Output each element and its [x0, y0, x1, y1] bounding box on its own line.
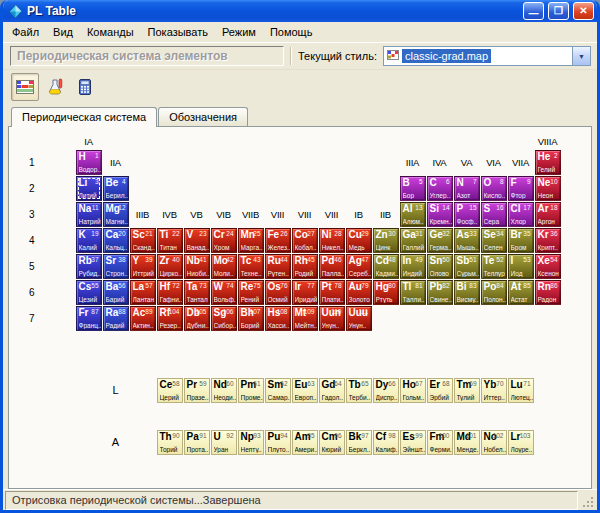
- element-cell-lu[interactable]: Lu71Лютец..: [508, 378, 534, 403]
- element-cell-bh[interactable]: Bh107Борий: [238, 306, 264, 331]
- element-cell-bk[interactable]: Bk97Беркл..: [346, 430, 372, 455]
- element-cell-cf[interactable]: Cf98Калиф..: [373, 430, 399, 455]
- element-cell-pm[interactable]: Pm61Проме..: [238, 378, 264, 403]
- element-cell-f[interactable]: F9Фтор: [508, 176, 534, 201]
- element-cell-gd[interactable]: Gd64Гадол..: [319, 378, 345, 403]
- element-cell-sr[interactable]: Sr38Строн..: [103, 254, 129, 279]
- element-cell-rh[interactable]: Rh45Родий: [292, 254, 318, 279]
- element-cell-ce[interactable]: Ce58Церий: [157, 378, 183, 403]
- element-cell-b[interactable]: B5Бор: [400, 176, 426, 201]
- element-cell-eu[interactable]: Eu63Европ..: [292, 378, 318, 403]
- element-cell-fm[interactable]: Fm100Ферми..: [427, 430, 453, 455]
- tab-legend[interactable]: Обозначения: [158, 107, 248, 126]
- element-cell-cl[interactable]: Cl17Хлор: [508, 202, 534, 227]
- element-cell-uuu[interactable]: Uuu111Унун..: [346, 306, 372, 331]
- element-cell-ba[interactable]: Ba56Барий: [103, 280, 129, 305]
- minimize-button[interactable]: —: [523, 2, 544, 20]
- element-cell-cu[interactable]: Cu29Медь: [346, 228, 372, 253]
- element-cell-ne[interactable]: Ne10Неон: [535, 176, 561, 201]
- element-cell-i[interactable]: I53Иод: [508, 254, 534, 279]
- element-cell-tb[interactable]: Tb65Терби..: [346, 378, 372, 403]
- element-cell-cr[interactable]: Cr24Хром: [211, 228, 237, 253]
- element-cell-nd[interactable]: Nd60Неоди..: [211, 378, 237, 403]
- element-cell-co[interactable]: Co27Кобал..: [292, 228, 318, 253]
- combo-dropdown-button[interactable]: ▼: [572, 47, 590, 65]
- element-cell-lr[interactable]: Lr103Лоуре..: [508, 430, 534, 455]
- element-cell-au[interactable]: Au79Золото: [346, 280, 372, 305]
- element-cell-al[interactable]: Al13Алюм..: [400, 202, 426, 227]
- element-cell-nb[interactable]: Nb41Ниоби..: [184, 254, 210, 279]
- element-cell-er[interactable]: Er68Эрбий: [427, 378, 453, 403]
- titlebar[interactable]: PL Table — ❐ ✕: [3, 0, 597, 22]
- element-cell-tc[interactable]: Tc43Техне..: [238, 254, 264, 279]
- element-cell-ti[interactable]: Ti22Титан: [157, 228, 183, 253]
- menu-item-commands[interactable]: Команды: [80, 24, 141, 40]
- element-cell-re[interactable]: Re75Рений: [238, 280, 264, 305]
- element-cell-sb[interactable]: Sb51Сурьм..: [454, 254, 480, 279]
- element-cell-no[interactable]: No102Нобел..: [481, 430, 507, 455]
- element-cell-kr[interactable]: Kr36Крипт..: [535, 228, 561, 253]
- element-cell-w[interactable]: W74Вольф..: [211, 280, 237, 305]
- element-cell-zr[interactable]: Zr40Цирко..: [157, 254, 183, 279]
- element-cell-p[interactable]: P15Фосф..: [454, 202, 480, 227]
- element-cell-uun[interactable]: Uun110Унун..: [319, 306, 345, 331]
- element-cell-ar[interactable]: Ar18Аргон: [535, 202, 561, 227]
- element-cell-pu[interactable]: Pu94Плуто..: [265, 430, 291, 455]
- element-cell-k[interactable]: K19Калий: [76, 228, 102, 253]
- maximize-button[interactable]: ❐: [548, 2, 569, 20]
- element-cell-pt[interactable]: Pt78Плати..: [319, 280, 345, 305]
- calculator-button[interactable]: [71, 73, 99, 101]
- chemistry-lab-button[interactable]: [41, 73, 69, 101]
- element-cell-sc[interactable]: Sc21Сканд..: [130, 228, 156, 253]
- element-cell-hg[interactable]: Hg80Ртуть: [373, 280, 399, 305]
- element-cell-fr[interactable]: Fr87Франц..: [76, 306, 102, 331]
- resize-grip[interactable]: [580, 492, 595, 509]
- menu-item-help[interactable]: Помощь: [263, 24, 320, 40]
- element-cell-tl[interactable]: Tl81Талли..: [400, 280, 426, 305]
- element-cell-as[interactable]: As33Мышь..: [454, 228, 480, 253]
- element-cell-sm[interactable]: Sm62Самар..: [265, 378, 291, 403]
- element-cell-ag[interactable]: Ag47Сереб..: [346, 254, 372, 279]
- element-cell-he[interactable]: He2Гелий: [535, 150, 561, 175]
- element-cell-ca[interactable]: Ca20Кальц..: [103, 228, 129, 253]
- element-cell-fe[interactable]: Fe26Желез..: [265, 228, 291, 253]
- element-cell-h[interactable]: H1Водор..: [76, 150, 102, 175]
- menu-item-mode[interactable]: Режим: [215, 24, 263, 40]
- element-cell-ac[interactable]: Ac89Актин..: [130, 306, 156, 331]
- element-cell-pr[interactable]: Pr59Празе..: [184, 378, 210, 403]
- element-cell-sg[interactable]: Sg106Сибор..: [211, 306, 237, 331]
- element-cell-ga[interactable]: Ga31Галлий: [400, 228, 426, 253]
- element-cell-y[interactable]: Y39Иттрий: [130, 254, 156, 279]
- element-cell-es[interactable]: Es99Эйншт..: [400, 430, 426, 455]
- element-cell-li[interactable]: Li3Литий: [76, 176, 102, 201]
- element-cell-se[interactable]: Se34Селен: [481, 228, 507, 253]
- element-cell-na[interactable]: Na11Натрий: [76, 202, 102, 227]
- element-cell-rn[interactable]: Rn86Радон: [535, 280, 561, 305]
- element-cell-ir[interactable]: Ir77Иридий: [292, 280, 318, 305]
- element-cell-dy[interactable]: Dy66Диспр..: [373, 378, 399, 403]
- menu-item-view[interactable]: Вид: [46, 24, 80, 40]
- element-cell-hf[interactable]: Hf72Гафни..: [157, 280, 183, 305]
- element-cell-br[interactable]: Br35Бром: [508, 228, 534, 253]
- element-cell-am[interactable]: Am95Амери..: [292, 430, 318, 455]
- element-cell-at[interactable]: At85Астат: [508, 280, 534, 305]
- element-cell-be[interactable]: Be4Берил..: [103, 176, 129, 201]
- element-cell-db[interactable]: Db105Дубни..: [184, 306, 210, 331]
- element-cell-n[interactable]: N7Азот: [454, 176, 480, 201]
- element-cell-si[interactable]: Si14Кремн..: [427, 202, 453, 227]
- element-cell-yb[interactable]: Yb70Иттер..: [481, 378, 507, 403]
- element-cell-tm[interactable]: Tm69Тулий: [454, 378, 480, 403]
- element-cell-mg[interactable]: Mg12Магни..: [103, 202, 129, 227]
- element-cell-ra[interactable]: Ra88Радий: [103, 306, 129, 331]
- menu-item-file[interactable]: Файл: [5, 24, 46, 40]
- element-cell-mt[interactable]: Mt109Мейтн..: [292, 306, 318, 331]
- element-cell-bi[interactable]: Bi83Висму..: [454, 280, 480, 305]
- element-cell-v[interactable]: V23Ванад..: [184, 228, 210, 253]
- element-cell-ho[interactable]: Ho67Гольм..: [400, 378, 426, 403]
- element-cell-ru[interactable]: Ru44Рутен..: [265, 254, 291, 279]
- element-cell-pa[interactable]: Pa91Прота..: [184, 430, 210, 455]
- element-cell-la[interactable]: La57Лантан: [130, 280, 156, 305]
- element-cell-po[interactable]: Po84Полон..: [481, 280, 507, 305]
- element-cell-s[interactable]: S16Сера: [481, 202, 507, 227]
- element-cell-mn[interactable]: Mn25Марга..: [238, 228, 264, 253]
